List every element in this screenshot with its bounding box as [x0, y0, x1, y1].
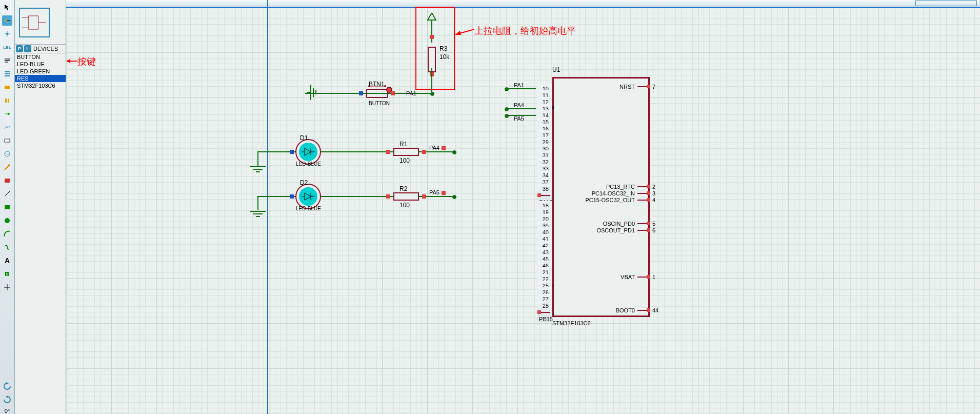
ic-u1[interactable]: 10PA0-WKUP11PA112PA213PA314PA415PA516PA6…: [552, 77, 650, 317]
instrument-tool-icon[interactable]: [2, 175, 12, 186]
p-button-icon[interactable]: P: [16, 45, 23, 52]
power-symbol[interactable]: [427, 13, 437, 26]
bus-tool-icon[interactable]: [2, 69, 12, 79]
device-header: P L DEVICES: [15, 45, 66, 53]
svg-marker-26: [6, 382, 9, 385]
svg-point-3: [6, 33, 8, 35]
list-item[interactable]: BUTTON: [15, 53, 66, 61]
part-footprint: LED-BLUE: [296, 206, 321, 211]
ic-pin[interactable]: VBAT1: [578, 274, 665, 280]
part-ref: R1: [399, 141, 407, 148]
list-item[interactable]: RES: [15, 75, 66, 82]
annotation-arrow-icon: [455, 27, 474, 36]
net-label[interactable]: PA1: [512, 82, 526, 88]
svg-rect-5: [5, 60, 10, 61]
text-block-tool-icon[interactable]: [2, 55, 12, 66]
ground-symbol[interactable]: [307, 85, 319, 100]
terminal-tool-icon[interactable]: [2, 95, 12, 106]
ic-pin[interactable]: PC13_RTC2: [578, 184, 665, 190]
origin-tool-icon[interactable]: [2, 282, 12, 292]
annotation-button-label: 按键: [77, 55, 96, 68]
net-label[interactable]: PA5: [512, 115, 526, 122]
svg-marker-27: [6, 396, 8, 398]
app: LBL A S 0° P L DEVICES: [0, 0, 980, 414]
part-footprint: BUTTON: [369, 101, 390, 106]
probe-tool-icon[interactable]: [2, 162, 12, 172]
symbol-tool-icon[interactable]: S: [2, 269, 12, 279]
line-tool-icon[interactable]: [2, 189, 12, 199]
svg-marker-14: [8, 112, 10, 115]
device-header-label: DEVICES: [33, 46, 58, 52]
svg-rect-11: [5, 98, 7, 103]
tape-tool-icon[interactable]: [2, 135, 12, 146]
graph-tool-icon[interactable]: [2, 122, 12, 132]
svg-line-19: [5, 191, 10, 196]
ic-pin[interactable]: OSCOUT_PD16: [578, 227, 665, 233]
ground-symbol[interactable]: [250, 163, 266, 175]
net-label[interactable]: PA4: [512, 102, 526, 108]
resistor-r2[interactable]: [393, 192, 419, 201]
label-tool-icon[interactable]: LBL: [2, 42, 12, 52]
annotation-pullup-label: 上拉电阻，给初始高电平: [474, 25, 576, 37]
device-preview: [15, 0, 66, 45]
svg-marker-33: [66, 59, 70, 63]
part-ref: R3: [439, 45, 447, 52]
schematic-canvas[interactable]: 按键 上拉电阻，给初始高电平 R3 10k BTN1 BUTTON PA1: [66, 0, 980, 414]
subcircuit-tool-icon[interactable]: [2, 82, 12, 92]
rotate-ccw-icon[interactable]: [2, 381, 12, 391]
net-label[interactable]: PA4: [428, 145, 441, 151]
arc-tool-icon[interactable]: [2, 229, 12, 239]
ic-pin[interactable]: PC15-OSC32_OUT4: [578, 197, 665, 203]
component-tool-icon[interactable]: [2, 15, 12, 26]
rotate-cw-icon[interactable]: [2, 395, 12, 405]
svg-rect-15: [5, 139, 10, 142]
svg-marker-45: [305, 193, 311, 200]
part-ref: BTN1: [369, 81, 385, 88]
list-item[interactable]: LED-BLUE: [15, 61, 66, 68]
part-value: 10k: [439, 53, 449, 61]
junction-tool-icon[interactable]: [2, 29, 12, 39]
rect-tool-icon[interactable]: [2, 202, 12, 212]
svg-rect-18: [5, 179, 10, 183]
svg-point-17: [8, 164, 10, 166]
part-value: 100: [399, 157, 410, 164]
circle-tool-icon[interactable]: [2, 215, 12, 226]
arrow-tool-icon[interactable]: [2, 2, 12, 12]
svg-point-21: [5, 218, 10, 223]
svg-rect-20: [5, 205, 10, 209]
toolbar-left: LBL A S 0°: [0, 0, 15, 414]
ic-pin[interactable]: OSCIN_PD05: [578, 221, 665, 227]
ground-symbol[interactable]: [250, 207, 266, 220]
path-tool-icon[interactable]: [2, 242, 12, 252]
svg-marker-35: [455, 31, 461, 35]
svg-rect-4: [5, 58, 10, 60]
device-list: BUTTON LED-BLUE LED-GREEN RES STM32F103C…: [15, 53, 66, 414]
l-button-icon[interactable]: L: [24, 45, 31, 52]
part-ref: D1: [300, 134, 308, 142]
part-footprint: STM32F103C6: [552, 320, 591, 326]
net-label[interactable]: PA5: [428, 189, 441, 195]
part-ref: U1: [552, 66, 560, 73]
ic-pin[interactable]: PC14-OSC32_IN3: [578, 190, 665, 196]
pin-tool-icon[interactable]: [2, 109, 12, 119]
svg-rect-10: [5, 86, 10, 89]
button-btn1[interactable]: [366, 89, 388, 98]
svg-text:S: S: [6, 272, 8, 277]
part-ref: R2: [399, 185, 407, 192]
svg-marker-36: [428, 13, 436, 20]
ic-pin[interactable]: NRST7: [578, 84, 665, 90]
ic-pin[interactable]: BOOT044: [578, 307, 665, 313]
generator-tool-icon[interactable]: [2, 149, 12, 159]
rotation-label: 0°: [5, 408, 10, 414]
resistor-r1[interactable]: [393, 148, 419, 156]
net-label[interactable]: PA1: [405, 90, 418, 96]
list-item[interactable]: LED-GREEN: [15, 68, 66, 75]
device-panel: P L DEVICES BUTTON LED-BLUE LED-GREEN RE…: [15, 0, 66, 414]
part-value: 100: [399, 202, 410, 209]
ic-pin[interactable]: 28PB15: [537, 301, 552, 322]
list-item[interactable]: STM32F103C6: [15, 82, 66, 89]
svg-marker-41: [305, 148, 311, 155]
part-footprint: LED-BLUE: [296, 161, 321, 167]
text-tool-icon[interactable]: A: [2, 255, 12, 266]
svg-rect-12: [8, 98, 9, 103]
